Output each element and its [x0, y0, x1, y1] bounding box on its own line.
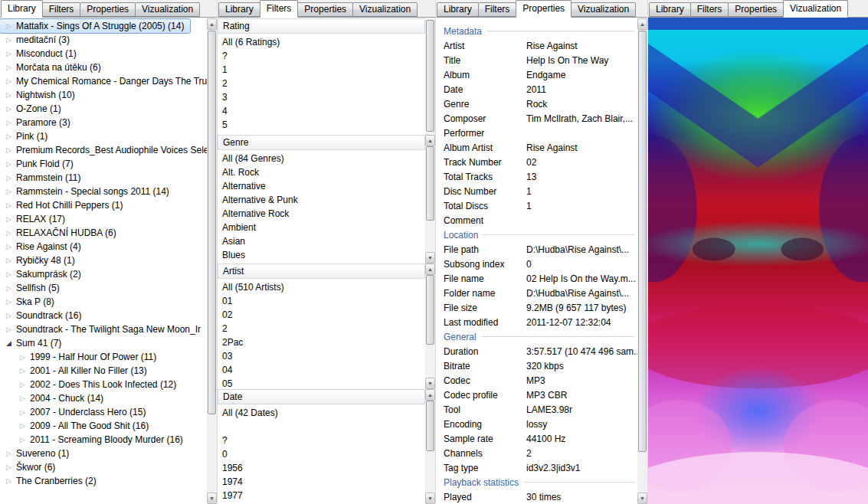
expand-arrow-icon[interactable]: ▷ — [4, 201, 14, 209]
scroll-track[interactable] — [425, 401, 435, 493]
tree-item[interactable]: ▷Rammstein (11) — [0, 171, 207, 185]
property-row[interactable]: Disc Number1 — [444, 184, 637, 198]
filter-item[interactable]: Alternative — [218, 179, 425, 193]
expand-arrow-icon[interactable]: ▷ — [4, 298, 14, 306]
property-row[interactable]: GenreRock — [444, 97, 637, 111]
expand-arrow-icon[interactable]: ▷ — [4, 284, 14, 292]
filter-item[interactable]: 2 — [218, 77, 425, 90]
filter-item[interactable]: Alt. Rock — [218, 165, 425, 179]
property-row[interactable]: ToolLAME3.98r — [444, 402, 637, 417]
property-row[interactable]: Date2011 — [444, 82, 637, 97]
expand-arrow-icon[interactable]: ▷ — [18, 436, 28, 443]
tree-item[interactable]: ▷Rybičky 48 (1) — [0, 254, 207, 267]
tree-item[interactable]: ▷2001 - All Killer No Filler (13) — [0, 364, 207, 378]
property-row[interactable]: CodecMP3 — [444, 373, 637, 388]
expand-arrow-icon[interactable]: ▷ — [4, 22, 14, 30]
tree-item[interactable]: ▷2007 - Underclass Hero (15) — [0, 405, 207, 419]
filter-item[interactable]: Blues — [218, 248, 425, 262]
filter-header[interactable]: Artist — [218, 263, 425, 279]
filter-item[interactable]: All (6 Ratings) — [218, 35, 425, 49]
property-row[interactable]: Performer — [444, 126, 637, 140]
expand-arrow-icon[interactable]: ▷ — [4, 174, 14, 182]
scroll-thumb[interactable] — [426, 401, 434, 451]
tree-item[interactable]: ▷2004 - Chuck (14) — [0, 391, 207, 405]
scroll-track[interactable] — [425, 275, 435, 378]
expand-arrow-icon[interactable]: ▷ — [4, 257, 14, 264]
tab-vizualization[interactable]: Vizualization — [571, 2, 636, 17]
filter-item[interactable]: Alternative & Punk — [218, 193, 425, 207]
scroll-up-icon[interactable]: ▲ — [425, 389, 435, 401]
expand-arrow-icon[interactable]: ▷ — [4, 105, 14, 113]
expand-arrow-icon[interactable]: ▷ — [4, 188, 14, 195]
scroll-down-icon[interactable]: ▼ — [207, 493, 217, 504]
scroll-track[interactable] — [207, 30, 217, 493]
tree-item[interactable]: ▷O-Zone (1) — [0, 102, 207, 116]
filter-scrollbar[interactable] — [425, 18, 435, 135]
tree-item[interactable]: ▷Sakumprásk (2) — [0, 267, 207, 281]
properties-scrollbar[interactable]: ▲ ▼ — [637, 18, 647, 504]
tree-item[interactable]: ▷Nightwish (10) — [0, 88, 207, 102]
expand-arrow-icon[interactable]: ▷ — [4, 160, 14, 168]
tree-item[interactable]: ◢Sum 41 (7) — [0, 336, 207, 350]
tree-item[interactable]: ▷Rammstein - Special songs 2011 (14) — [0, 185, 207, 198]
expand-arrow-icon[interactable]: ▷ — [18, 367, 28, 375]
tab-properties[interactable]: Properties — [516, 0, 572, 18]
property-row[interactable]: ArtistRise Against — [444, 38, 637, 53]
filter-item[interactable]: 2Pac — [218, 335, 425, 349]
tree-item[interactable]: ▷The Cranberries (2) — [0, 474, 207, 488]
scroll-thumb[interactable] — [638, 31, 647, 452]
tree-item[interactable]: ▷Pink (1) — [0, 129, 207, 143]
scroll-thumb[interactable] — [208, 31, 216, 414]
tree-item[interactable]: ▷Ska P (8) — [0, 295, 207, 309]
property-row[interactable]: ComposerTim McIlrath, Zach Blair,... — [444, 111, 637, 126]
expand-arrow-icon[interactable]: ▷ — [4, 243, 14, 250]
tree-item[interactable]: ▷RELAXAČNÍ HUDBA (6) — [0, 226, 207, 240]
property-row[interactable]: File name02 Help Is On the Way.m... — [444, 271, 637, 286]
tree-item[interactable]: ▷1999 - Half Hour Of Power (11) — [0, 350, 207, 364]
tree-item[interactable]: ▷Paramore (3) — [0, 116, 207, 129]
filter-item[interactable]: 1977 — [218, 489, 425, 502]
filter-item[interactable]: 1 — [218, 63, 425, 77]
expand-arrow-icon[interactable]: ▷ — [18, 381, 28, 388]
collapse-arrow-icon[interactable]: ◢ — [4, 339, 14, 347]
filter-item[interactable]: 3 — [218, 90, 425, 104]
property-row[interactable]: Encodinglossy — [444, 417, 637, 431]
tab-filters[interactable]: Filters — [478, 2, 517, 17]
filter-header[interactable]: Date — [218, 389, 425, 404]
tab-vizualization[interactable]: Vizualization — [783, 0, 848, 18]
tab-library[interactable]: Library — [218, 2, 260, 17]
filter-header[interactable]: Genre — [218, 135, 425, 150]
filter-header[interactable]: Rating — [218, 18, 425, 34]
filter-scrollbar[interactable]: ▲▼ — [425, 389, 435, 504]
expand-arrow-icon[interactable]: ▷ — [4, 270, 14, 278]
scroll-up-icon[interactable]: ▲ — [207, 18, 217, 30]
scroll-up-icon[interactable]: ▲ — [425, 263, 435, 275]
scroll-up-icon[interactable]: ▲ — [425, 135, 435, 146]
property-row[interactable]: File pathD:\Hudba\Rise Against\... — [444, 242, 637, 257]
tree-item[interactable]: ▷2002 - Does This Look Infected (12) — [0, 378, 207, 391]
tree-item[interactable]: ▷Suvereno (1) — [0, 447, 207, 460]
filter-item[interactable]: All (42 Dates) — [218, 406, 425, 420]
expand-arrow-icon[interactable]: ▷ — [4, 64, 14, 71]
filter-item[interactable]: All (84 Genres) — [218, 152, 425, 165]
filter-item[interactable]: 4 — [218, 104, 425, 118]
scroll-thumb[interactable] — [426, 275, 434, 345]
library-scrollbar[interactable]: ▲ ▼ — [207, 18, 217, 504]
filter-item[interactable]: 03 — [218, 349, 425, 363]
expand-arrow-icon[interactable]: ▷ — [4, 229, 14, 237]
tree-item[interactable]: ▷Rise Against (4) — [0, 240, 207, 254]
filter-item[interactable] — [218, 420, 425, 434]
tree-item[interactable]: ▷Punk Floid (7) — [0, 157, 207, 171]
tab-vizualization[interactable]: Vizualization — [352, 2, 418, 17]
filter-item[interactable]: 1974 — [218, 475, 425, 489]
scroll-track[interactable] — [637, 30, 647, 493]
property-row[interactable]: AlbumEndgame — [444, 67, 637, 82]
filter-item[interactable]: 0 — [218, 447, 425, 461]
scroll-down-icon[interactable]: ▼ — [637, 493, 647, 504]
tree-item[interactable]: ▷Škwor (6) — [0, 460, 207, 474]
expand-arrow-icon[interactable]: ▷ — [4, 36, 14, 44]
tree-item[interactable]: ▷My Chemical Romance - Danger Days The T… — [0, 74, 207, 88]
tree-item[interactable]: ▷Morčata na útěku (6) — [0, 61, 207, 74]
expand-arrow-icon[interactable]: ▷ — [4, 477, 14, 485]
tree-item[interactable]: ▷meditační (3) — [0, 33, 207, 47]
